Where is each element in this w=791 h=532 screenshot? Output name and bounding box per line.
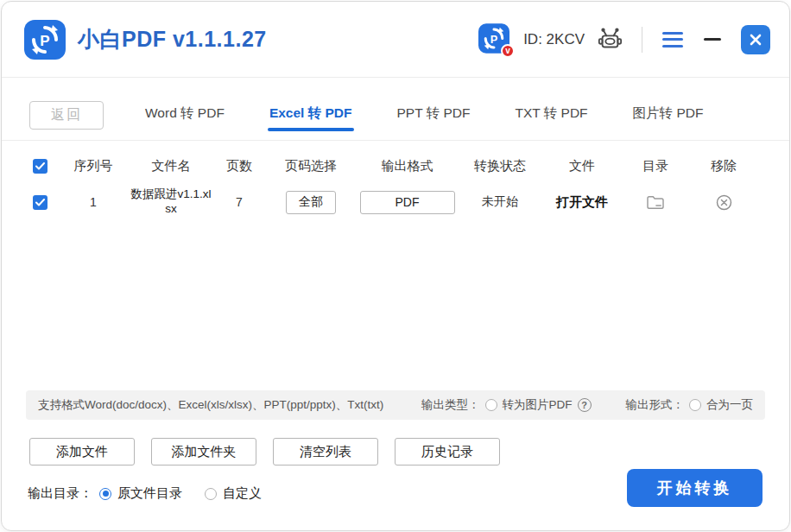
table-header: 序列号 文件名 页数 页码选择 输出格式 转换状态 文件 目录 移除 (2, 150, 789, 181)
remove-icon[interactable] (716, 194, 732, 211)
col-header-page-select: 页码选择 (264, 158, 358, 174)
action-button-row: 添加文件 添加文件夹 清空列表 历史记录 (29, 438, 500, 466)
history-button[interactable]: 历史记录 (395, 438, 500, 466)
vip-badge: v (501, 44, 515, 58)
info-bar: 支持格式Word(doc/docx)、Excel(xls/xlsx)、PPT(p… (26, 390, 765, 420)
row-checkbox[interactable] (33, 195, 47, 210)
check-icon (35, 162, 45, 170)
col-header-index: 序列号 (59, 158, 128, 174)
tab-word-to-pdf[interactable]: Word 转 PDF (143, 98, 226, 133)
header-divider (642, 27, 642, 53)
back-button[interactable]: 返回 (29, 101, 104, 130)
original-dir-label: 原文件目录 (117, 485, 182, 502)
tab-image-to-pdf[interactable]: 图片转 PDF (631, 98, 706, 133)
col-header-directory: 目录 (621, 158, 690, 174)
folder-icon[interactable] (646, 194, 665, 210)
output-form-label: 输出形式： (626, 397, 685, 413)
col-header-filename: 文件名 (128, 158, 214, 174)
select-all-checkbox[interactable] (33, 159, 47, 174)
col-header-status: 转换状态 (457, 158, 543, 174)
close-button[interactable] (741, 25, 770, 54)
app-logo-icon: P (24, 20, 66, 60)
row-status: 未开始 (457, 194, 543, 210)
check-icon (35, 199, 45, 206)
title-bar: P 小白PDF v1.1.1.27 P v ID: 2KCV (2, 2, 789, 78)
app-title: 小白PDF v1.1.1.27 (78, 25, 267, 54)
add-folder-button[interactable]: 添加文件夹 (151, 438, 256, 466)
output-form-option-label: 合为一页 (706, 397, 753, 413)
output-type-option-label: 转为图片PDF (503, 397, 573, 413)
menu-icon[interactable] (661, 30, 684, 49)
table-row: 1 数据跟进v1.1.xlsx 7 全部 PDF 未开始 打开文件 (2, 180, 789, 225)
radio-merge-one-page[interactable] (689, 399, 701, 411)
row-index: 1 (59, 195, 128, 209)
start-convert-button[interactable]: 开始转换 (627, 469, 763, 507)
svg-text:P: P (40, 33, 49, 49)
radio-original-dir[interactable] (99, 488, 111, 500)
col-header-remove: 移除 (690, 158, 757, 174)
col-header-file: 文件 (543, 158, 621, 174)
svg-text:P: P (490, 32, 498, 45)
close-icon (749, 33, 763, 47)
tab-txt-to-pdf[interactable]: TXT 转 PDF (513, 98, 589, 133)
help-icon[interactable]: ? (578, 398, 592, 412)
tab-ppt-to-pdf[interactable]: PPT 转 PDF (396, 98, 472, 133)
output-dir-label: 输出目录： (28, 485, 92, 502)
custom-dir-label: 自定义 (223, 485, 262, 502)
row-filename: 数据跟进v1.1.xlsx (130, 187, 212, 217)
minimize-button[interactable] (701, 28, 724, 51)
tab-excel-to-pdf[interactable]: Excel 转 PDF (268, 98, 354, 133)
radio-custom-dir[interactable] (205, 488, 217, 500)
user-id-label: ID: 2KCV (523, 31, 585, 48)
output-type-label: 输出类型： (421, 397, 480, 413)
add-file-button[interactable]: 添加文件 (29, 438, 135, 466)
supported-formats-text: 支持格式Word(doc/docx)、Excel(xls/xlsx)、PPT(p… (38, 397, 383, 413)
app-window: P 小白PDF v1.1.1.27 P v ID: 2KCV (1, 1, 790, 531)
col-header-pages: 页数 (214, 158, 264, 174)
radio-image-pdf[interactable] (485, 399, 497, 411)
page-select-button[interactable]: 全部 (286, 191, 336, 214)
tab-bar: 返回 Word 转 PDF Excel 转 PDF PPT 转 PDF TXT … (2, 91, 789, 141)
clear-list-button[interactable]: 清空列表 (273, 438, 378, 466)
open-file-link[interactable]: 打开文件 (556, 194, 608, 211)
output-format-button[interactable]: PDF (360, 191, 455, 214)
col-header-format: 输出格式 (358, 158, 457, 174)
robot-icon[interactable] (597, 27, 623, 53)
row-pages: 7 (214, 195, 264, 209)
account-logo[interactable]: P v (478, 23, 511, 56)
output-directory-group: 输出目录： 原文件目录 自定义 (28, 485, 277, 502)
